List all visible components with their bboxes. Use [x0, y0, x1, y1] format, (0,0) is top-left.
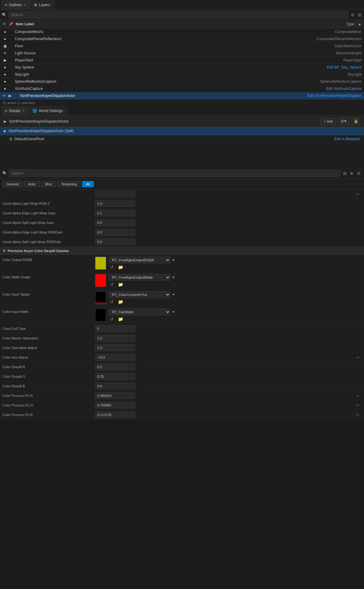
color-input-matte-dropdown-row: RT_CalcMatte ▼: [109, 309, 362, 315]
process-fg-g-reset-icon[interactable]: ↩: [354, 403, 362, 408]
layout-options-button[interactable]: ⊟▼: [339, 118, 349, 125]
view-options-icon[interactable]: ⊞: [357, 12, 362, 18]
color-matte-image-actions: ↺ 📁: [109, 282, 362, 287]
table-row[interactable]: ● CompositePlanarReflection1 CompositePl…: [0, 36, 364, 43]
default-scene-root-row[interactable]: ⊞ DefaultSceneRoot Edit in Blueprint: [0, 135, 364, 143]
prop-row-color-matte-image: Color Matte Image RT_YuvaRgbaOutputMatte…: [0, 272, 364, 289]
table-row[interactable]: 👁 ▶ VizrtPrecisionKeyerDispatchActor Edi…: [0, 92, 364, 99]
hue-adjust-reset-icon[interactable]: ↩: [354, 355, 362, 360]
prop-label-color-process-fg-b: Color Process FG B: [2, 413, 95, 417]
add-component-button[interactable]: + Add: [320, 118, 336, 125]
reset-circular-icon[interactable]: ↺: [109, 317, 115, 322]
color-input-target-dropdown[interactable]: RT_ColorConverterYuv: [109, 291, 170, 298]
reset-circular-icon[interactable]: ↺: [109, 265, 115, 270]
prop-label-comb-alpha-light-wrap-rgb-z: Comb Alpha Light Wrap RGB Z: [2, 202, 95, 205]
filter-tab-all[interactable]: All: [82, 181, 94, 187]
outliner-tab-close[interactable]: ✕: [24, 3, 26, 6]
filter-tab-general[interactable]: General: [2, 181, 23, 187]
prop-value-color-eotf-type[interactable]: [95, 325, 135, 332]
color-output-rgba-controls: RT_YuvaRgbaOutputRGBA ▼ ↺ 📁: [109, 257, 362, 270]
chevron-down-icon: ▼: [172, 310, 175, 314]
prop-label-color-despill-g: Color Despill G: [2, 375, 95, 378]
actor-type-link[interactable]: Edit BP_Sky_Sphere: [324, 65, 362, 69]
reset-icon[interactable]: ↩: [354, 191, 362, 196]
filter-tab-streaming[interactable]: Streaming: [57, 181, 81, 187]
column-header: 👁 📌 Item Label Type ▲: [0, 20, 364, 28]
prop-value-color-hue-adjust[interactable]: [95, 354, 135, 361]
table-row[interactable]: ▶ PlayerStart PlayerStart: [0, 57, 364, 64]
color-output-rgba-swatch[interactable]: [95, 257, 106, 270]
favorites-star-icon[interactable]: ★: [349, 170, 354, 176]
props-settings-icon[interactable]: ⚙: [356, 170, 362, 176]
folder-browse-icon[interactable]: 📁: [117, 299, 124, 304]
prop-value-comb-alpha-edge-light-wrap-gain[interactable]: [95, 210, 135, 217]
edit-blueprint-link[interactable]: Edit in Blueprint: [334, 137, 360, 141]
prop-label-color-saturation-adjust: Color Saturation Adjust: [2, 346, 95, 350]
filter-tab-misc[interactable]: Misc: [41, 181, 56, 187]
tab-outliner[interactable]: ≡ Outliner ✕: [1, 0, 30, 10]
color-matte-image-swatch[interactable]: [95, 274, 106, 287]
folder-browse-icon[interactable]: 📁: [117, 317, 124, 322]
process-fg-b-reset-icon[interactable]: ↩: [354, 412, 362, 417]
settings-gear-icon[interactable]: ⚙: [350, 12, 355, 18]
prop-row-comb-alpha-light-wrap-rgb-z: Comb Alpha Light Wrap RGB Z: [0, 199, 364, 208]
prop-value-comb-alpha-spill-light-wrap-rgbgain[interactable]: [95, 238, 135, 245]
prop-value-color-process-fg-g[interactable]: [95, 402, 135, 409]
actor-name: CompositePlanarReflection1: [9, 37, 314, 41]
layers-icon: ⊞: [34, 3, 37, 7]
section-despill-gamma[interactable]: ▼ Precision Keyer Color Despill Gamma: [0, 247, 364, 255]
prop-row-color-eotf-type: Color Eotf Type: [0, 324, 364, 334]
prop-value-comb-alpha-light-wrap-rgb-z[interactable]: [95, 200, 135, 207]
self-component-row[interactable]: ▶ VizrtPrecisionKeyerDispatchActor (Self…: [0, 127, 364, 135]
color-input-matte-swatch[interactable]: [95, 309, 106, 322]
actor-name: Sky Sphere: [9, 65, 324, 69]
color-input-target-swatch[interactable]: [95, 291, 106, 304]
table-row[interactable]: ● VizrtAutoCapture Edit VizrtAutoCapture: [0, 85, 364, 92]
prop-value-color-despill-r[interactable]: [95, 364, 135, 370]
search-input[interactable]: [8, 11, 348, 19]
lock-button[interactable]: 🔒: [352, 118, 360, 125]
folder-browse-icon[interactable]: 📁: [117, 282, 124, 287]
color-matte-image-dropdown[interactable]: RT_YuvaRgbaOutputMatte: [109, 274, 170, 281]
scene-root-icon: ⊞: [9, 137, 12, 141]
tab-layers[interactable]: ⊞ Layers: [30, 0, 54, 10]
reset-circular-icon[interactable]: ↺: [109, 282, 115, 287]
outliner-tab-bar: ≡ Outliner ✕ ⊞ Layers: [0, 0, 364, 10]
folder-browse-icon[interactable]: 📁: [117, 265, 124, 270]
process-fg-r-reset-icon[interactable]: ↩: [354, 393, 362, 398]
props-search-input[interactable]: [9, 170, 341, 177]
table-row[interactable]: ✦ Light Source DirectionalLight: [0, 50, 364, 57]
reset-circular-icon[interactable]: ↺: [109, 299, 115, 304]
actor-name: SkyLight: [9, 72, 345, 77]
prop-value-color-master-saturation[interactable]: [95, 335, 135, 342]
table-row[interactable]: ● SphereReflectionCapture SphereReflecti…: [0, 78, 364, 85]
prop-value-color-process-fg-b[interactable]: [95, 411, 135, 418]
tab-world-settings[interactable]: 🌐 World Settings: [29, 106, 67, 116]
prop-value-color-saturation-adjust[interactable]: [95, 344, 135, 351]
tab-details[interactable]: ≡ Details ✕: [1, 106, 29, 116]
prop-value-comb-alpha-spill-light-wrap-gain[interactable]: [95, 219, 135, 226]
prop-row-color-despill-b: Color Despill B: [0, 381, 364, 391]
prop-value-color-process-fg-r[interactable]: [95, 392, 135, 399]
actor-name: CompositeMesh1: [9, 30, 332, 34]
color-output-rgba-actions: ↺ 📁: [109, 265, 362, 270]
prop-value-comb-alpha-edge-light-wrap-rgbgain[interactable]: [95, 229, 135, 236]
actor-list: ● CompositeMesh1 CompositeMesh ● Composi…: [0, 28, 364, 99]
prop-value-color-despill-b[interactable]: [95, 383, 135, 389]
prop-row-color-hue-adjust: Color Hue Adjust ↩: [0, 353, 364, 362]
prop-row-color-master-saturation: Color Master Saturation: [0, 334, 364, 343]
prop-value-color-despill-g[interactable]: [95, 373, 135, 380]
table-row[interactable]: ▣ Floor StaticMeshActor: [0, 43, 364, 50]
details-tab-close[interactable]: ✕: [22, 109, 25, 112]
table-row[interactable]: ● Sky Sphere Edit BP_Sky_Sphere: [0, 64, 364, 71]
grid-view-icon[interactable]: ⊞: [342, 170, 347, 176]
table-row[interactable]: ● SkyLight SkyLight: [0, 71, 364, 78]
color-output-rgba-dropdown[interactable]: RT_YuvaRgbaOutputRGBA: [109, 257, 170, 263]
filter-tab-actor[interactable]: Actor: [24, 181, 40, 187]
actor-type-link[interactable]: Edit VizrtAutoCapture: [324, 86, 362, 91]
color-input-matte-dropdown[interactable]: RT_CalcMatte: [109, 309, 170, 315]
self-component-icon: ▶: [4, 129, 6, 133]
actor-type-link[interactable]: Edit VizrtPrecisionKeyerDispatch: [305, 94, 362, 98]
prop-row-truncated: ... ↩: [0, 189, 364, 199]
table-row[interactable]: ● CompositeMesh1 CompositeMesh: [0, 28, 364, 36]
